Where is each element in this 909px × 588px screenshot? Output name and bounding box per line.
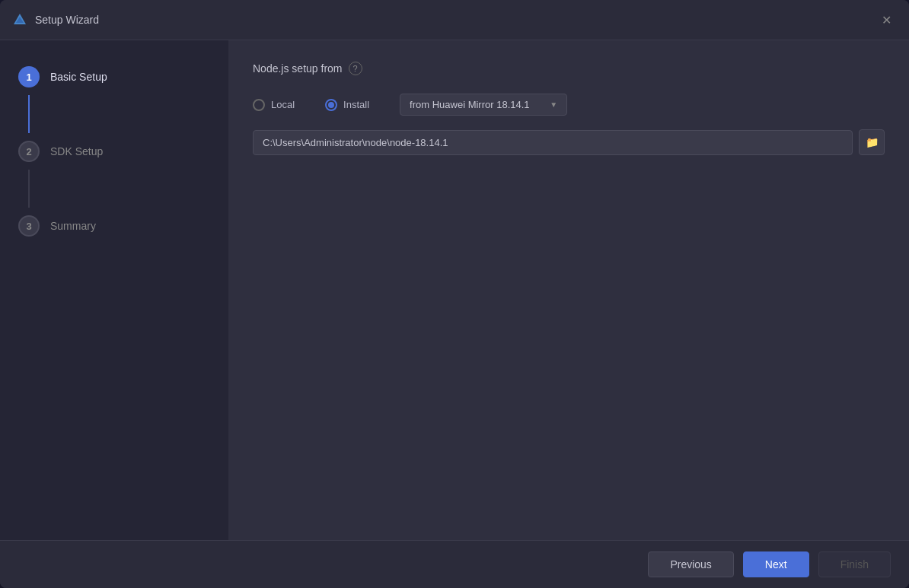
sidebar-item-sdk-setup[interactable]: 2 SDK Setup bbox=[0, 133, 228, 170]
radio-install-outer bbox=[325, 99, 337, 111]
section-title-text: Node.js setup from bbox=[253, 62, 343, 75]
dialog-title: Setup Wizard bbox=[35, 14, 876, 26]
section-title-row: Node.js setup from ? bbox=[253, 62, 885, 75]
title-bar: Setup Wizard ✕ bbox=[0, 0, 909, 40]
radio-install-inner bbox=[328, 102, 334, 108]
mirror-dropdown-value: from Huawei Mirror 18.14.1 bbox=[410, 99, 544, 110]
path-row: 📁 bbox=[253, 129, 885, 155]
step-2-label: SDK Setup bbox=[50, 145, 103, 157]
radio-local[interactable]: Local bbox=[253, 99, 295, 111]
content-area: 1 Basic Setup 2 SDK Setup 3 Summary bbox=[0, 40, 909, 540]
path-input[interactable] bbox=[253, 130, 853, 155]
sidebar-item-basic-setup[interactable]: 1 Basic Setup bbox=[0, 59, 228, 95]
step-2-circle: 2 bbox=[18, 141, 40, 162]
chevron-down-icon: ▼ bbox=[550, 100, 557, 109]
finish-button: Finish bbox=[818, 551, 891, 577]
step-connector-2 bbox=[28, 170, 30, 208]
step-connector-1 bbox=[28, 95, 30, 133]
sidebar: 1 Basic Setup 2 SDK Setup 3 Summary bbox=[0, 40, 228, 540]
main-content: Node.js setup from ? Local Install bbox=[228, 40, 909, 540]
radio-local-label: Local bbox=[271, 99, 295, 110]
radio-local-outer bbox=[253, 99, 265, 111]
step-3-label: Summary bbox=[50, 220, 96, 232]
next-button[interactable]: Next bbox=[743, 551, 809, 577]
radio-install[interactable]: Install bbox=[325, 99, 369, 111]
setup-wizard-dialog: Setup Wizard ✕ 1 Basic Setup 2 SDK Setup bbox=[0, 0, 909, 588]
help-icon[interactable]: ? bbox=[349, 62, 362, 75]
mirror-dropdown[interactable]: from Huawei Mirror 18.14.1 ▼ bbox=[400, 94, 567, 116]
radio-install-label: Install bbox=[343, 99, 369, 110]
folder-browse-button[interactable]: 📁 bbox=[859, 129, 885, 155]
folder-icon: 📁 bbox=[866, 136, 879, 148]
previous-button[interactable]: Previous bbox=[648, 551, 733, 577]
step-3-circle: 3 bbox=[18, 215, 40, 237]
step-1-label: Basic Setup bbox=[50, 71, 107, 83]
step-1-circle: 1 bbox=[18, 66, 40, 87]
close-button[interactable]: ✕ bbox=[876, 9, 897, 30]
footer: Previous Next Finish bbox=[0, 540, 909, 588]
sidebar-item-summary[interactable]: 3 Summary bbox=[0, 208, 228, 244]
app-logo-icon bbox=[12, 12, 27, 27]
